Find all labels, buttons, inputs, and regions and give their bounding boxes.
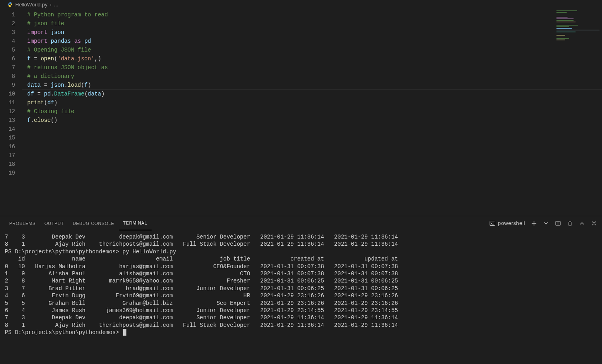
- breadcrumb-rest[interactable]: ...: [54, 2, 58, 8]
- line-number: 15: [0, 133, 22, 142]
- kill-terminal-icon[interactable]: [567, 220, 573, 227]
- terminal-cursor: [123, 329, 126, 336]
- line-number: 10: [0, 90, 22, 98]
- code-line[interactable]: # returns JSON object as: [22, 63, 602, 72]
- code-line[interactable]: # Closing file: [22, 107, 602, 116]
- code-line[interactable]: df = pd.DataFrame(data): [22, 90, 602, 98]
- terminal-shell-label: powershell: [498, 220, 525, 226]
- terminal-dropdown-icon[interactable]: [543, 220, 549, 227]
- tab-terminal[interactable]: TERMINAL: [119, 216, 152, 230]
- line-number: 7: [0, 63, 22, 72]
- line-number: 8: [0, 72, 22, 81]
- bottom-panel: PROBLEMS OUTPUT DEBUG CONSOLE TERMINAL p…: [0, 216, 602, 364]
- terminal-shell-selector[interactable]: powershell: [489, 220, 525, 227]
- line-number: 2: [0, 19, 22, 28]
- line-number: 18: [0, 160, 22, 169]
- panel-actions: powershell: [489, 220, 597, 227]
- line-number: 19: [0, 169, 22, 177]
- code-line[interactable]: # json file: [22, 19, 602, 28]
- python-file-icon: [7, 2, 13, 7]
- line-number: 17: [0, 151, 22, 160]
- code-line[interactable]: # Python program to read: [22, 10, 602, 19]
- minimap[interactable]: [554, 9, 602, 216]
- tab-output[interactable]: OUTPUT: [40, 216, 68, 230]
- new-terminal-icon[interactable]: [531, 220, 537, 227]
- code-line[interactable]: import pandas as pd: [22, 37, 602, 46]
- breadcrumb[interactable]: HelloWorld.py › ...: [0, 0, 602, 9]
- line-number: 12: [0, 107, 22, 116]
- code-line[interactable]: # Opening JSON file: [22, 46, 602, 54]
- line-number: 5: [0, 46, 22, 54]
- tab-debug-console[interactable]: DEBUG CONSOLE: [68, 216, 119, 230]
- code-area[interactable]: # Python program to read# json fileimpor…: [22, 9, 602, 216]
- breadcrumb-separator: ›: [50, 2, 52, 8]
- code-line[interactable]: f = open('data.json',): [22, 54, 602, 63]
- line-number: 14: [0, 125, 22, 133]
- line-number: 6: [0, 54, 22, 63]
- panel-tabs: PROBLEMS OUTPUT DEBUG CONSOLE TERMINAL p…: [0, 216, 602, 230]
- line-number-gutter: 12345678910111213141516171819: [0, 9, 22, 216]
- code-line[interactable]: data = json.load(f): [22, 81, 602, 90]
- breadcrumb-file[interactable]: HelloWorld.py: [15, 2, 48, 8]
- line-number: 16: [0, 142, 22, 151]
- close-panel-icon[interactable]: [591, 220, 597, 227]
- editor-vertical-scrollbar[interactable]: [596, 9, 602, 216]
- terminal-output[interactable]: 7 3 Deepak Dev deepak@gmail.com Senior D…: [0, 230, 602, 364]
- line-number: 11: [0, 98, 22, 107]
- split-terminal-icon[interactable]: [555, 220, 561, 227]
- code-line[interactable]: import json: [22, 28, 602, 37]
- line-number: 13: [0, 116, 22, 125]
- line-number: 3: [0, 28, 22, 37]
- code-line[interactable]: # a dictionary: [22, 72, 602, 81]
- tab-problems[interactable]: PROBLEMS: [5, 216, 40, 230]
- maximize-panel-icon[interactable]: [579, 220, 585, 227]
- code-line[interactable]: print(df): [22, 98, 602, 107]
- code-line[interactable]: f.close(): [22, 116, 602, 125]
- svg-rect-0: [490, 221, 495, 225]
- line-number: 4: [0, 37, 22, 46]
- line-number: 1: [0, 10, 22, 19]
- terminal-icon: [489, 220, 496, 227]
- line-number: 9: [0, 81, 22, 90]
- code-editor[interactable]: 12345678910111213141516171819 # Python p…: [0, 9, 602, 216]
